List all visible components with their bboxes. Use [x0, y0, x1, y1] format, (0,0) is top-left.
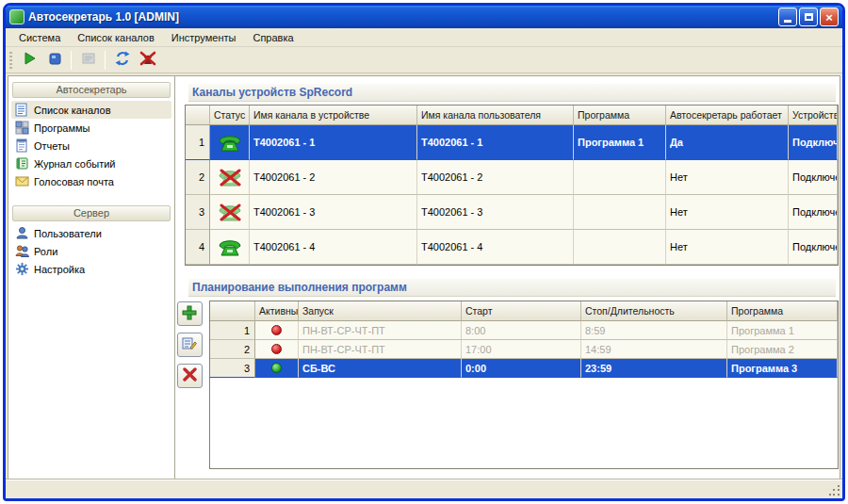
- records-button[interactable]: [76, 49, 100, 72]
- schedule-row-2[interactable]: 2 ПН-ВТ-СР-ЧТ-ПТ 17:00 14:59 Программа 2: [210, 340, 838, 359]
- inactive-dot-icon: [255, 321, 299, 340]
- sidebar-item-event-log[interactable]: Журнал событий: [11, 154, 171, 172]
- schedule-table: Активный Запуск Старт Стоп/Длительность …: [209, 301, 839, 469]
- refresh-button[interactable]: [110, 49, 134, 72]
- stop-button[interactable]: [42, 49, 66, 72]
- disconnect-button[interactable]: [136, 49, 159, 72]
- schedule-row-3[interactable]: 3 СБ-ВС 0:00 23:59 Программа 3: [210, 359, 838, 378]
- cell-program[interactable]: [574, 160, 666, 195]
- sidebar-item-roles[interactable]: Роли: [11, 242, 171, 260]
- inactive-dot-icon: [255, 340, 299, 359]
- cell-attendant[interactable]: Нет: [666, 230, 789, 265]
- cell-device[interactable]: Подключено: [789, 160, 838, 195]
- toolbar-grip[interactable]: [9, 52, 12, 69]
- cell-device-channel[interactable]: Т4002061 - 4: [250, 230, 417, 265]
- channel-row-4[interactable]: 4 Т4002061 - 4 Т4002061 - 4 Нет Подключе…: [186, 230, 838, 265]
- cell-stop[interactable]: 8:59: [581, 321, 727, 340]
- schedule-row-1[interactable]: 1 ПН-ВТ-СР-ЧТ-ПТ 8:00 8:59 Программа 1: [210, 321, 838, 340]
- cell-device[interactable]: Подключено: [789, 125, 838, 160]
- sidebar-group-autosecretary-header: Автосекретарь: [12, 82, 171, 98]
- add-icon: [182, 305, 197, 323]
- cell-user-channel[interactable]: Т4002061 - 2: [417, 160, 574, 195]
- start-button[interactable]: [17, 49, 41, 72]
- sidebar-item-users[interactable]: Пользователи: [11, 224, 171, 242]
- delete-schedule-button[interactable]: [177, 364, 203, 388]
- menu-channel-list[interactable]: Список каналов: [70, 30, 162, 45]
- schedule-panel-title: Планирование выполнения программ: [188, 279, 836, 297]
- delete-icon: [183, 367, 197, 384]
- cell-days[interactable]: СБ-ВС: [299, 359, 462, 378]
- sidebar-item-label: Программы: [34, 122, 90, 134]
- cell-attendant[interactable]: Нет: [666, 195, 789, 230]
- cell-days[interactable]: ПН-ВТ-СР-ЧТ-ПТ: [299, 340, 462, 359]
- window-title: Автосекретарь 1.0 [ADMIN]: [28, 10, 778, 24]
- col-program: Программа: [727, 301, 838, 321]
- cell-device[interactable]: Подключено: [789, 195, 838, 230]
- titlebar[interactable]: Автосекретарь 1.0 [ADMIN] ×: [6, 6, 842, 28]
- resize-grip[interactable]: [829, 485, 840, 496]
- cell-user-channel[interactable]: Т4002061 - 3: [417, 195, 574, 230]
- channels-panel-title: Каналы устройств SpRecord: [188, 84, 836, 102]
- active-dot-icon: [255, 359, 299, 378]
- channel-row-2[interactable]: 2 Т4002061 - 2 Т4002061 - 2 Нет Подключе…: [186, 160, 838, 195]
- col-user-channel: Имя канала пользователя: [417, 106, 574, 125]
- cell-days[interactable]: ПН-ВТ-СР-ЧТ-ПТ: [299, 321, 462, 340]
- cell-start[interactable]: 8:00: [462, 321, 581, 340]
- col-program: Программа: [574, 106, 666, 125]
- cell-user-channel[interactable]: Т4002061 - 1: [417, 125, 574, 160]
- cell-device-channel[interactable]: Т4002061 - 3: [250, 195, 417, 230]
- channel-row-1[interactable]: 1 Т4002061 - 1 Т4002061 - 1 Программа 1 …: [186, 125, 838, 160]
- sidebar-item-voice-mail[interactable]: Голосовая почта: [11, 172, 171, 190]
- edit-schedule-button[interactable]: [177, 333, 203, 357]
- row-number: 2: [186, 160, 210, 195]
- sidebar-item-reports[interactable]: Отчеты: [11, 137, 171, 154]
- phone-disconnected-icon: [210, 195, 250, 230]
- row-number: 3: [210, 359, 255, 378]
- col-launch: Запуск: [299, 301, 462, 321]
- col-device: Устройство: [789, 106, 838, 125]
- app-window: Автосекретарь 1.0 [ADMIN] × Система Спис…: [3, 3, 845, 501]
- menu-system[interactable]: Система: [11, 30, 68, 45]
- cell-program[interactable]: Программа 1: [727, 321, 838, 340]
- cell-device[interactable]: Подключено: [789, 230, 838, 265]
- cell-attendant[interactable]: Нет: [666, 160, 789, 195]
- col-status: Статус: [210, 106, 250, 125]
- cell-start[interactable]: 17:00: [462, 340, 581, 359]
- toolbar: [6, 47, 842, 73]
- close-button[interactable]: ×: [820, 8, 839, 26]
- menu-tools[interactable]: Инструменты: [164, 30, 244, 45]
- menu-help[interactable]: Справка: [245, 30, 301, 45]
- minimize-button[interactable]: [778, 8, 797, 26]
- cell-stop[interactable]: 14:59: [581, 340, 727, 359]
- header-gutter: [210, 301, 255, 321]
- edit-icon: [182, 336, 197, 354]
- sidebar: Автосекретарь Список каналов Программы О…: [8, 75, 175, 480]
- cell-device-channel[interactable]: Т4002061 - 1: [250, 125, 417, 160]
- cell-program[interactable]: [574, 195, 666, 230]
- schedule-table-empty-area: [210, 378, 838, 468]
- sidebar-item-channel-list[interactable]: Список каналов: [11, 101, 171, 119]
- cell-user-channel[interactable]: Т4002061 - 4: [417, 230, 574, 265]
- sidebar-item-label: Пользователи: [34, 228, 102, 239]
- reports-icon: [15, 138, 29, 153]
- cell-program[interactable]: Программа 2: [727, 340, 838, 359]
- cell-program[interactable]: Программа 3: [727, 359, 838, 378]
- channel-row-3[interactable]: 3 Т4002061 - 3 Т4002061 - 3 Нет Подключе…: [186, 195, 838, 230]
- maximize-button[interactable]: [799, 8, 818, 26]
- cell-program[interactable]: [574, 230, 666, 265]
- cell-device-channel[interactable]: Т4002061 - 2: [250, 160, 417, 195]
- app-icon: [9, 9, 24, 24]
- add-schedule-button[interactable]: [177, 301, 203, 326]
- users-icon: [15, 226, 29, 240]
- phone-connected-icon: [210, 125, 250, 160]
- cell-stop[interactable]: 23:59: [581, 359, 727, 378]
- sidebar-item-settings[interactable]: Настройка: [11, 260, 171, 278]
- sidebar-item-programs[interactable]: Программы: [11, 119, 171, 137]
- cell-program[interactable]: Программа 1: [574, 125, 666, 160]
- row-number: 2: [210, 340, 255, 359]
- cell-start[interactable]: 0:00: [462, 359, 581, 378]
- settings-icon: [15, 262, 29, 276]
- sidebar-item-label: Журнал событий: [34, 158, 115, 170]
- row-number: 4: [186, 230, 210, 265]
- cell-attendant[interactable]: Да: [666, 125, 789, 160]
